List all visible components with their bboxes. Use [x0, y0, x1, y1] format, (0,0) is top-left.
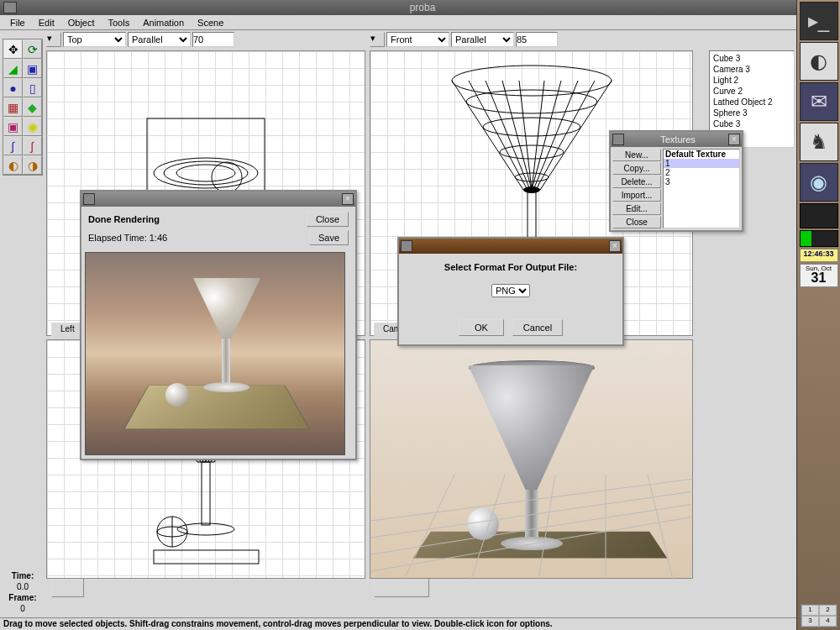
textures-sysmenu-icon[interactable]	[612, 134, 624, 145]
texture-item[interactable]: Default Texture	[664, 150, 739, 159]
svg-point-14	[466, 90, 597, 113]
vp-tl-zoom-input[interactable]	[192, 32, 234, 47]
textures-window: Textures × New... Copy... Delete... Impo…	[609, 130, 743, 232]
menu-scene[interactable]: Scene	[191, 17, 230, 29]
vp-tl-options-icon[interactable]: ▾	[46, 32, 61, 47]
tool-extra1[interactable]: ◐	[3, 155, 23, 175]
vp-tr-proj-select[interactable]: Parallel	[451, 32, 514, 47]
texture-edit-button[interactable]: Edit...	[612, 202, 661, 215]
tool-palette: ✥⟳ ◢▣ ●▯ ▦◆ ▣◉ ∫∫ ◐◑	[3, 39, 43, 176]
textures-title: Textures	[627, 134, 728, 144]
svg-rect-36	[154, 550, 259, 564]
tool-mesh[interactable]: ▦	[3, 97, 23, 117]
render-close-button[interactable]: Close	[307, 212, 349, 227]
scene-item[interactable]: Light 2	[711, 75, 792, 86]
scene-item[interactable]: Curve 2	[711, 86, 792, 97]
time-label: Time:	[3, 570, 43, 581]
window-title: proba	[22, 2, 823, 13]
menu-file[interactable]: File	[3, 17, 32, 29]
tool-camera[interactable]: ▣	[3, 117, 23, 136]
svg-point-17	[515, 173, 549, 181]
svg-point-18	[523, 186, 540, 193]
texture-copy-button[interactable]: Copy...	[612, 162, 661, 175]
vp-tr-options-icon[interactable]: ▾	[370, 32, 385, 47]
textures-titlebar[interactable]: Textures ×	[611, 132, 742, 147]
render-window: × Done Rendering Close Elapsed Time: 1:4…	[80, 190, 357, 460]
render-preview-image	[85, 252, 345, 455]
svg-line-10	[536, 81, 595, 190]
tool-scale[interactable]: ◢	[3, 59, 23, 78]
dock-mail-icon[interactable]: ✉	[800, 82, 838, 121]
tool-cylinder[interactable]: ▯	[23, 78, 42, 97]
menu-tools[interactable]: Tools	[102, 17, 137, 29]
dock-calendar: Sun, Oct 31	[800, 264, 838, 287]
tool-curve[interactable]: ∫	[3, 136, 23, 155]
dock-date: 31	[801, 272, 837, 284]
texture-item[interactable]: 3	[664, 177, 739, 186]
tool-rotate[interactable]: ⟳	[23, 39, 42, 59]
texture-import-button[interactable]: Import...	[612, 189, 661, 202]
svg-line-45	[648, 475, 673, 580]
dock-app-icon[interactable]: ◐	[800, 42, 838, 81]
svg-line-11	[533, 81, 578, 190]
render-status-text: Done Rendering	[88, 214, 160, 224]
format-close-icon[interactable]: ×	[609, 240, 621, 252]
vp-tr-zoom-input[interactable]	[516, 32, 558, 47]
window-sysmenu-icon[interactable]	[3, 2, 17, 13]
scene-item[interactable]: Camera 3	[711, 64, 792, 75]
frame-value: 0	[3, 603, 43, 614]
svg-point-2	[164, 161, 248, 185]
svg-point-4	[212, 162, 242, 192]
scene-item[interactable]: Sphere 3	[711, 108, 792, 118]
format-ok-button[interactable]: OK	[459, 319, 504, 336]
vp-tr-view-select[interactable]: Front	[386, 32, 449, 47]
texture-item[interactable]: 1	[664, 159, 739, 168]
vp-tl-proj-select[interactable]: Parallel	[128, 32, 191, 47]
menu-animation[interactable]: Animation	[136, 17, 191, 29]
dock-globe-icon[interactable]: ◉	[800, 163, 838, 202]
dock-gnu-icon[interactable]: ♞	[800, 123, 838, 161]
texture-new-button[interactable]: New...	[612, 149, 661, 161]
scene-item[interactable]: Cube 3	[711, 53, 792, 64]
svg-line-6	[469, 81, 528, 190]
viewport-camera[interactable]	[370, 339, 693, 579]
render-sysmenu-icon[interactable]	[83, 193, 95, 205]
render-close-icon[interactable]: ×	[342, 193, 354, 205]
render-save-button[interactable]: Save	[309, 230, 349, 245]
format-titlebar[interactable]: ×	[399, 239, 622, 254]
menubar: File Edit Object Tools Animation Scene	[0, 15, 840, 30]
svg-point-34	[157, 527, 187, 537]
menu-edit[interactable]: Edit	[32, 17, 61, 29]
desktop-dock: ▸_ ◐ ✉ ♞ ◉ 12:46:33 Sun, Oct 31 1234	[796, 0, 840, 630]
svg-point-1	[154, 158, 258, 188]
dock-system-meter	[800, 203, 838, 228]
svg-rect-31	[202, 462, 210, 525]
format-prompt: Select Format For Output File:	[407, 262, 614, 272]
scene-item[interactable]: Cube 3	[711, 118, 792, 129]
format-sysmenu-icon[interactable]	[401, 240, 412, 252]
time-value: 0.0	[3, 581, 43, 592]
render-window-titlebar[interactable]: ×	[81, 192, 355, 207]
format-cancel-button[interactable]: Cancel	[512, 319, 563, 336]
tool-move[interactable]: ✥	[3, 39, 23, 59]
textures-close-icon[interactable]: ×	[728, 134, 740, 145]
tool-curve2[interactable]: ∫	[23, 136, 42, 155]
tool-extra2[interactable]: ◑	[23, 155, 42, 175]
format-select[interactable]: PNG	[491, 284, 530, 297]
desktop-pager[interactable]: 1234	[801, 604, 837, 627]
texture-delete-button[interactable]: Delete...	[612, 176, 661, 188]
tool-sphere[interactable]: ●	[3, 78, 23, 97]
texture-close-button[interactable]: Close	[612, 216, 661, 228]
scene-item[interactable]: Lathed Object 2	[711, 97, 792, 108]
svg-line-41	[404, 475, 454, 580]
menu-object[interactable]: Object	[61, 17, 102, 29]
tool-cube[interactable]: ▣	[23, 59, 42, 78]
tool-light[interactable]: ◉	[23, 117, 42, 136]
format-dialog: × Select Format For Output File: PNG OK …	[397, 237, 624, 346]
tool-poly[interactable]: ◆	[23, 97, 42, 117]
texture-list[interactable]: Default Texture 1 2 3	[663, 149, 740, 228]
vp-tl-view-select[interactable]: Top	[63, 32, 126, 47]
texture-item[interactable]: 2	[664, 168, 739, 177]
dock-terminal-icon[interactable]: ▸_	[800, 2, 838, 40]
rendered-sphere	[467, 508, 499, 540]
